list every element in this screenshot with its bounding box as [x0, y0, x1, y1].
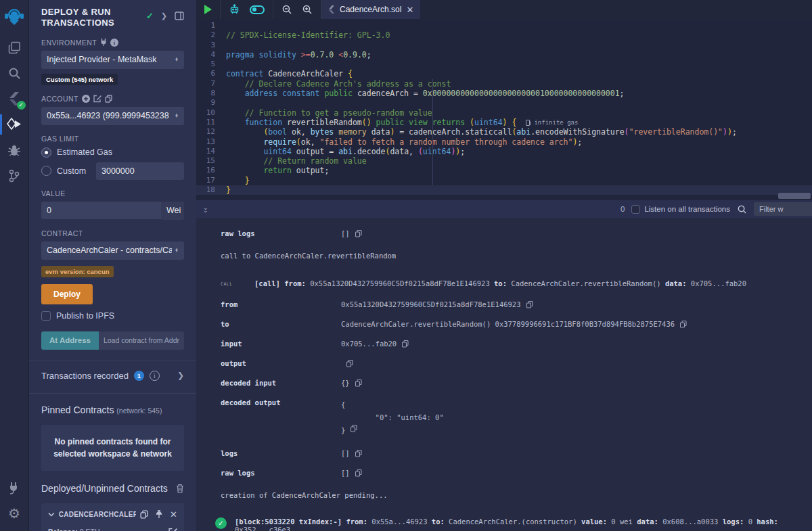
remix-logo-icon[interactable] — [0, 4, 29, 28]
contract-instance-name[interactable]: CADENCEARCHCALER AT 0x — [59, 511, 136, 518]
code-line-10[interactable]: 10 // Function to get a pseudo-random va… — [196, 108, 812, 118]
copy-icon[interactable] — [402, 340, 409, 348]
filter-input[interactable] — [754, 202, 812, 216]
at-address-input[interactable] — [99, 331, 184, 350]
terminal-row-decoded-input[interactable]: decoded input{} — [221, 373, 812, 392]
terminal-message[interactable]: creation of CadenceArchCaler pending... — [221, 482, 812, 508]
code-line-17[interactable]: 17 } — [196, 176, 812, 185]
copilot-toggle-icon[interactable] — [250, 5, 265, 14]
deploy-button[interactable]: Deploy — [41, 284, 93, 304]
estimated-gas-option[interactable]: Estimated Gas — [41, 147, 184, 158]
tab-cadencearch-sol[interactable]: CadenceArch.sol ✕ — [321, 0, 420, 19]
expand-terminal-icon[interactable]: ⌄⌄ — [203, 206, 208, 212]
copy-icon[interactable] — [526, 301, 533, 308]
edit-icon[interactable] — [168, 528, 177, 531]
radio-selected[interactable] — [41, 147, 51, 158]
pinned-contracts-title: Pinned Contracts (network: 545) — [41, 394, 184, 415]
code-line-6[interactable]: 6contract CadenceArchCaler { — [196, 69, 812, 78]
chevron-down-icon[interactable] — [48, 512, 55, 517]
debugger-icon[interactable] — [0, 138, 29, 162]
close-icon[interactable]: ✕ — [170, 509, 177, 520]
code-line-5[interactable]: 5 — [196, 60, 812, 69]
code-line-1[interactable]: 1 — [196, 21, 812, 30]
terminal-row-to[interactable]: toCadenceArchCaler.revertibleRandom() 0x… — [221, 314, 812, 333]
terminal-call-row[interactable]: call[call] from: 0x55a1320D432759960C5Df… — [221, 269, 812, 294]
solidity-compiler-icon[interactable]: ✓ — [0, 87, 29, 111]
trash-icon[interactable] — [176, 484, 184, 493]
listen-checkbox[interactable] — [631, 205, 640, 214]
line-number: 6 — [196, 69, 226, 78]
file-explorer-icon[interactable] — [0, 35, 29, 60]
terminal-row-raw-logs[interactable]: raw logs[] — [221, 463, 812, 482]
terminal-row-input[interactable]: input0x705...fab20 — [221, 333, 812, 353]
terminal-row-logs[interactable]: logs[] — [221, 443, 812, 463]
pin-icon[interactable] — [155, 510, 163, 519]
copy-icon[interactable] — [355, 450, 362, 457]
close-tab-icon[interactable]: ✕ — [406, 5, 413, 15]
contract-select[interactable]: CadenceArchCaler - contracts/Cac ▲▼ — [41, 241, 184, 260]
code-line-13[interactable]: 13 require(ok, "failed to fetch a random… — [196, 137, 812, 147]
copy-icon[interactable] — [346, 360, 353, 367]
search-icon[interactable] — [0, 61, 29, 85]
code-editor[interactable]: 12// SPDX-License-Identifier: GPL-3.034p… — [196, 19, 812, 200]
solidity-file-icon — [328, 5, 335, 14]
account-select[interactable]: 0x55a...46923 (999.9999453238 ▲▼ — [41, 107, 184, 125]
panel-title: DEPLOY & RUN TRANSACTIONS — [41, 7, 143, 29]
terminal-row-decoded-output[interactable]: decoded output{ "0": "uint64: 0"} — [221, 392, 812, 443]
environment-select[interactable]: Injected Provider - MetaMask ▲▼ — [41, 51, 184, 69]
copy-icon[interactable] — [140, 510, 148, 519]
deploy-run-icon[interactable] — [0, 112, 29, 137]
terminal-row-from[interactable]: from0x55a1320D432759960C5Df0215a8dF78e1E… — [221, 294, 812, 314]
listen-all-option[interactable]: Listen on all transactions — [631, 205, 730, 214]
ai-assistant-icon[interactable] — [229, 4, 240, 16]
zoom-out-icon[interactable] — [281, 4, 292, 15]
radio-unselected[interactable] — [41, 166, 51, 176]
code-line-3[interactable]: 3 — [196, 41, 812, 50]
code-line-15[interactable]: 15 // Return random value — [196, 156, 812, 166]
terminal-row-raw-logs[interactable]: raw logs[] — [221, 223, 812, 243]
edit-account-icon[interactable] — [93, 95, 102, 103]
zoom-in-icon[interactable] — [302, 4, 313, 15]
code-line-8[interactable]: 8 address constant public cadenceArch = … — [196, 89, 812, 98]
value-input[interactable] — [41, 202, 161, 219]
code-line-16[interactable]: 16 return output; — [196, 166, 812, 175]
custom-gas-option[interactable]: Custom — [41, 162, 184, 180]
chevron-right-icon[interactable]: ❯ — [177, 371, 184, 380]
code-line-12[interactable]: 12 (bool ok, bytes memory data) = cadenc… — [196, 127, 812, 137]
copy-icon[interactable] — [355, 469, 362, 477]
copy-account-icon[interactable] — [105, 95, 112, 103]
code-line-2[interactable]: 2// SPDX-License-Identifier: GPL-3.0 — [196, 30, 812, 40]
publish-checkbox[interactable] — [41, 311, 51, 321]
settings-icon[interactable]: ⚙ — [0, 501, 29, 526]
copy-icon[interactable] — [355, 230, 362, 237]
code-line-7[interactable]: 7 // Declare Cadence Arch's address as a… — [196, 79, 812, 89]
copy-icon[interactable] — [355, 379, 362, 387]
run-script-icon[interactable] — [204, 5, 212, 14]
terminal-row-output[interactable]: output — [221, 353, 812, 373]
pin-panel-icon[interactable] — [175, 11, 184, 20]
transactions-recorded[interactable]: Transactions recorded 1 i ❯ — [41, 361, 184, 382]
custom-gas-input[interactable] — [96, 162, 184, 180]
info-icon[interactable]: i — [110, 39, 118, 47]
copy-icon[interactable] — [680, 321, 687, 328]
terminal-output[interactable]: raw logs[]call to CadenceArchCaler.rever… — [196, 218, 812, 531]
svg-text:i: i — [114, 40, 116, 46]
copy-icon[interactable] — [351, 425, 357, 438]
editor-hscrollbar[interactable] — [778, 193, 811, 199]
git-icon[interactable] — [0, 164, 29, 188]
search-icon[interactable] — [737, 204, 747, 214]
code-line-11[interactable]: 11 function revertibleRandom() public vi… — [196, 118, 812, 127]
code-line-18[interactable]: 18} — [196, 185, 812, 195]
panel-collapse-icon[interactable]: ❯ — [161, 11, 167, 20]
code-line-14[interactable]: 14 uint64 output = abi.decode(data, (uin… — [196, 147, 812, 156]
terminal-block-row[interactable]: ✓[block:5033220 txIndex:-] from: 0x55a..… — [215, 508, 812, 531]
add-account-icon[interactable] — [82, 95, 90, 103]
plugin-manager-icon[interactable] — [0, 476, 29, 500]
terminal-message[interactable]: call to CadenceArchCaler.revertibleRando… — [221, 243, 812, 269]
code-line-9[interactable]: 9 — [196, 98, 812, 108]
unit-select[interactable]: Wei ▲▼ — [161, 202, 184, 220]
info-icon[interactable]: i — [150, 371, 160, 381]
at-address-button[interactable]: At Address — [41, 331, 99, 350]
code-line-4[interactable]: 4pragma solidity >=0.7.0 <0.9.0; — [196, 50, 812, 60]
publish-ipfs-option[interactable]: Publish to IPFS — [41, 311, 184, 321]
